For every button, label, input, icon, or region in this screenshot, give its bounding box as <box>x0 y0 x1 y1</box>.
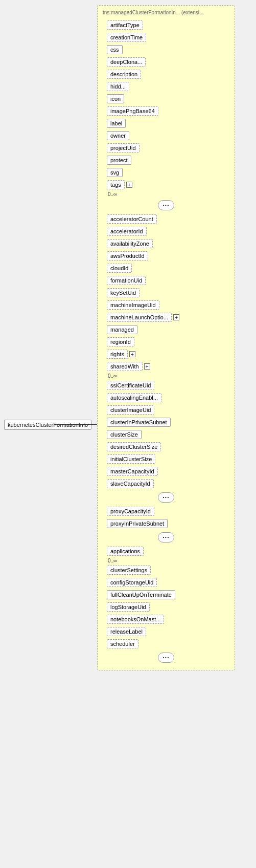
node-row: machineImageUid <box>101 299 231 311</box>
node-row: rights + <box>101 349 231 360</box>
node-row: svg <box>101 167 231 178</box>
node-row: description <box>101 69 231 80</box>
node-row: formationUid <box>101 275 231 286</box>
node-machineLaunchOptio[interactable]: machineLaunchOptio... <box>107 313 172 322</box>
node-acceleratorId[interactable]: acceleratorId <box>107 227 147 236</box>
node-description[interactable]: description <box>107 70 141 79</box>
node-projectUid[interactable]: projectUid <box>107 143 139 153</box>
node-row: hidd... <box>101 81 231 92</box>
node-clusterSize[interactable]: clusterSize <box>107 430 142 439</box>
node-sharedWith[interactable]: sharedWith <box>107 362 143 371</box>
seq-dots-label-4: ··· <box>162 534 169 541</box>
node-slaveCapacityId[interactable]: slaveCapacityId <box>107 479 154 488</box>
node-row: clusterInPrivateSubnet <box>101 417 231 428</box>
node-row: owner <box>101 130 231 141</box>
node-fullCleanUpOnTerminate[interactable]: fullCleanUpOnTerminate <box>107 590 175 599</box>
seq-dots-label: ··· <box>162 202 169 209</box>
node-row: configStorageUid <box>101 577 231 588</box>
rights-expand-icon[interactable]: + <box>129 351 135 357</box>
diagram-container: kubernetesClusterFormationInfo tns:manag… <box>0 0 256 868</box>
node-row: icon <box>101 93 231 104</box>
seq-connector-3: ··· <box>101 492 231 503</box>
node-row: protect <box>101 155 231 166</box>
node-clusterSettings[interactable]: clusterSettings <box>107 566 151 575</box>
node-row: artifactType <box>101 19 231 31</box>
node-creationTime[interactable]: creationTime <box>107 33 146 42</box>
seq-connector-4: ··· <box>101 532 231 542</box>
machineLaunchOptio-expand-icon[interactable]: + <box>173 314 179 320</box>
node-artifactType[interactable]: artifactType <box>107 20 143 30</box>
node-row: autoscalingEnabl... <box>101 392 231 403</box>
node-notebooksOnMast[interactable]: notebooksOnMast... <box>107 615 164 624</box>
node-regionId[interactable]: regionId <box>107 337 134 346</box>
node-releaseLabel[interactable]: releaseLabel <box>107 627 146 636</box>
seq-dots-final[interactable]: ··· <box>158 653 174 663</box>
node-icon[interactable]: icon <box>107 94 124 103</box>
node-logStorageUid[interactable]: logStorageUid <box>107 602 150 612</box>
node-applications[interactable]: applications <box>107 547 144 556</box>
node-desiredClusterSize[interactable]: desiredClusterSize <box>107 442 161 451</box>
node-row: tags + <box>101 179 231 190</box>
node-initialClusterSize[interactable]: initialClusterSize <box>107 454 155 464</box>
node-clusterInPrivateSubnet[interactable]: clusterInPrivateSubnet <box>107 418 171 427</box>
node-row: creationTime <box>101 32 231 43</box>
section-1: artifactType creationTime css deepClona.… <box>101 19 231 197</box>
node-row: managed <box>101 324 231 335</box>
node-sslCertificateUid[interactable]: sslCertificateUid <box>107 381 154 390</box>
seq-dots-3[interactable]: ··· <box>158 492 174 503</box>
node-proxyCapacityId[interactable]: proxyCapacityId <box>107 507 154 516</box>
node-clusterImageUid[interactable]: clusterImageUid <box>107 405 154 415</box>
node-row: desiredClusterSize <box>101 441 231 452</box>
center-column: tns:managedClusterFormationIn... (extens… <box>97 5 235 670</box>
node-awsProductId[interactable]: awsProductId <box>107 251 148 261</box>
node-row: awsProductId <box>101 250 231 262</box>
connector-line <box>54 424 97 425</box>
node-configStorageUid[interactable]: configStorageUid <box>107 578 157 587</box>
node-row: initialClusterSize <box>101 453 231 465</box>
node-proxyInPrivateSubnet[interactable]: proxyInPrivateSubnet <box>107 519 168 528</box>
node-row: scheduler <box>101 638 231 649</box>
sharedWith-expand-icon[interactable]: + <box>144 363 150 370</box>
node-row: clusterSettings <box>101 565 231 576</box>
node-protect[interactable]: protect <box>107 156 131 165</box>
node-row: acceleratorCount <box>101 213 231 225</box>
main-node-label: kubernetesClusterFormationInfo <box>4 420 91 430</box>
node-rights[interactable]: rights <box>107 350 128 359</box>
node-machineImageUid[interactable]: machineImageUid <box>107 300 159 310</box>
node-row: proxyCapacityId <box>101 506 231 517</box>
node-row: releaseLabel <box>101 626 231 637</box>
seq-dots-label-3: ··· <box>162 494 169 501</box>
node-row: clusterSize <box>101 429 231 440</box>
node-tags[interactable]: tags <box>107 180 125 189</box>
node-row: availabilityZone <box>101 238 231 249</box>
seq-dots-1[interactable]: ··· <box>158 200 174 210</box>
node-row: logStorageUid <box>101 601 231 613</box>
node-scheduler[interactable]: scheduler <box>107 639 138 648</box>
tags-expand-icon[interactable]: + <box>126 182 132 188</box>
node-row: css <box>101 44 231 55</box>
node-owner[interactable]: owner <box>107 131 129 140</box>
node-formationUid[interactable]: formationUid <box>107 276 146 285</box>
node-managed[interactable]: managed <box>107 325 137 334</box>
node-row: notebooksOnMast... <box>101 614 231 625</box>
node-imagePngBase64[interactable]: imagePngBase64 <box>107 106 158 116</box>
node-keySetUid[interactable]: keySetUid <box>107 288 139 297</box>
node-svg[interactable]: svg <box>107 168 123 177</box>
node-hidd[interactable]: hidd... <box>107 82 129 91</box>
node-row: cloudId <box>101 263 231 274</box>
seq-dots-4[interactable]: ··· <box>158 532 174 542</box>
node-row: regionId <box>101 336 231 348</box>
node-deepClona[interactable]: deepClona... <box>107 57 146 67</box>
node-acceleratorCount[interactable]: acceleratorCount <box>107 214 157 224</box>
multiplicity-2: 0..∞ <box>101 373 231 379</box>
node-css[interactable]: css <box>107 45 123 54</box>
node-cloudId[interactable]: cloudId <box>107 264 132 273</box>
node-availabilityZone[interactable]: availabilityZone <box>107 239 153 248</box>
node-row: projectUid <box>101 142 231 154</box>
node-row: masterCapacityId <box>101 466 231 477</box>
node-label[interactable]: label <box>107 119 126 128</box>
node-masterCapacityId[interactable]: masterCapacityId <box>107 467 158 476</box>
node-row: label <box>101 118 231 129</box>
node-row: machineLaunchOptio... + <box>101 312 231 323</box>
node-autoscalingEnabl[interactable]: autoscalingEnabl... <box>107 393 161 402</box>
